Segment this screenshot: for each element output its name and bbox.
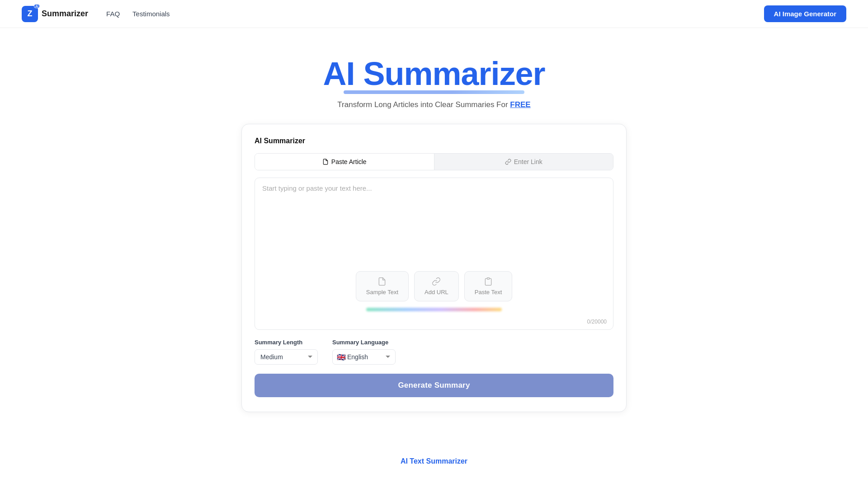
hero-subtitle: Transform Long Articles into Clear Summa… <box>0 100 868 109</box>
hero-underline <box>344 90 524 94</box>
language-select-wrapper: 🇬🇧 English Spanish French German Chinese <box>332 349 396 365</box>
tab-paste-article[interactable]: Paste Article <box>255 154 434 170</box>
hero-title: AI Summarizer <box>323 55 545 92</box>
nav-testimonials[interactable]: Testimonials <box>132 10 170 18</box>
ai-image-generator-button[interactable]: AI Image Generator <box>764 5 846 22</box>
link-icon <box>505 159 511 165</box>
free-link[interactable]: FREE <box>510 100 530 109</box>
file-icon <box>377 277 387 286</box>
options-row: Summary Length Short Medium Long Summary… <box>255 339 613 365</box>
tab-enter-link[interactable]: Enter Link <box>434 154 613 170</box>
summary-length-select[interactable]: Short Medium Long <box>255 349 318 365</box>
quick-actions-group: Sample Text Add URL Paste Text <box>262 271 606 301</box>
text-input-area: Sample Text Add URL Paste Text 0/20000 <box>255 178 613 330</box>
nav-links: FAQ Testimonials <box>106 10 170 18</box>
summarizer-card: AI Summarizer Paste Article Enter Link <box>241 124 627 412</box>
add-url-button[interactable]: Add URL <box>414 271 459 301</box>
link-icon <box>432 277 441 286</box>
char-count: 0/20000 <box>587 319 607 325</box>
svg-rect-0 <box>487 278 490 279</box>
paste-text-button[interactable]: Paste Text <box>464 271 512 301</box>
summary-language-label: Summary Language <box>332 339 396 346</box>
bottom-link[interactable]: AI Text Summarizer <box>401 457 467 465</box>
navbar: Z AI Summarizer FAQ Testimonials AI Imag… <box>0 0 868 28</box>
bottom-section: AI Text Summarizer <box>0 457 868 483</box>
logo-text: Summarizer <box>42 9 88 19</box>
summary-language-select[interactable]: English Spanish French German Chinese <box>332 349 396 365</box>
article-textarea[interactable] <box>262 184 606 266</box>
logo-icon: Z AI <box>22 6 38 22</box>
card-title: AI Summarizer <box>255 137 613 145</box>
nav-faq[interactable]: FAQ <box>106 10 120 18</box>
file-icon <box>322 159 329 165</box>
input-tabs: Paste Article Enter Link <box>255 153 613 170</box>
color-accent-bar <box>366 308 502 311</box>
summary-length-label: Summary Length <box>255 339 318 346</box>
hero-section: AI Summarizer Transform Long Articles in… <box>0 28 868 124</box>
clipboard-icon <box>484 277 493 286</box>
summary-length-group: Summary Length Short Medium Long <box>255 339 318 365</box>
logo-link[interactable]: Z AI Summarizer <box>22 6 88 22</box>
generate-summary-button[interactable]: Generate Summary <box>255 374 613 397</box>
sample-text-button[interactable]: Sample Text <box>356 271 409 301</box>
summary-language-group: Summary Language 🇬🇧 English Spanish Fren… <box>332 339 396 365</box>
